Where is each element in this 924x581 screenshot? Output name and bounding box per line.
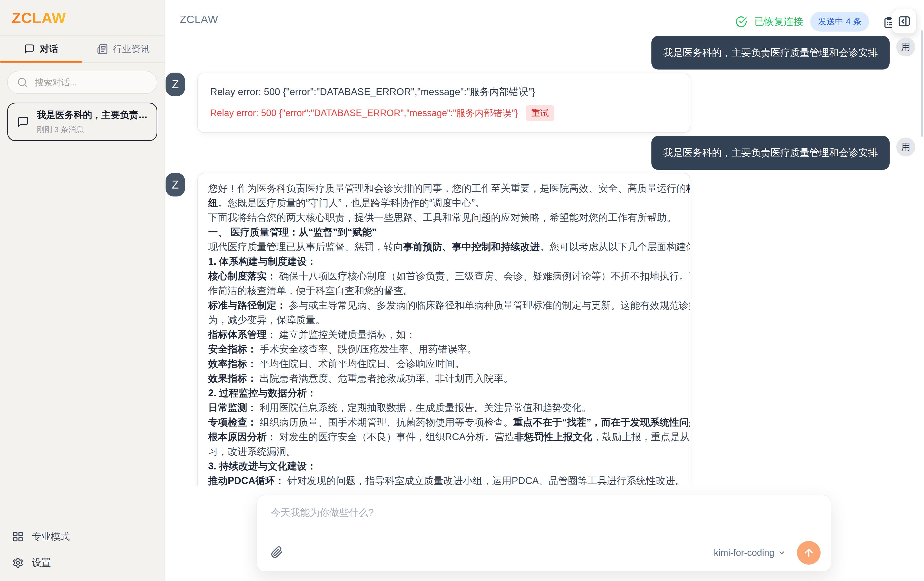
model-name: kimi-for-coding [714,547,774,558]
logo-block: ZCLAW [0,0,165,36]
message-line: 纽。您既是医疗质量的“守门人”，也是跨学科协作的“调度中心”。 [208,196,680,210]
arrow-up-icon [803,547,815,559]
sidebar-item-label: 设置 [32,556,51,569]
user-avatar: 用 [896,38,915,56]
message-line: 3. 持续改进与文化建设： [208,459,680,474]
message-line: 指标体系管理： 建立并监控关键质量指标，如： [208,327,680,342]
message-line: 作简洁的核查清单，便于科室自查和您的督查。 [208,283,680,298]
assistant-avatar: Z [165,72,185,96]
message-line: 现代医疗质量管理已从事后监督、惩罚，转向事前预防、事中控制和持续改进。您可以考虑… [208,240,680,254]
sidebar-item-settings[interactable]: 设置 [12,556,152,569]
message-line: 根本原因分析： 对发生的医疗安全（不良）事件，组织RCA分析。营造非惩罚性上报文… [208,430,680,444]
message-line: 习，改进系统漏洞。 [208,444,680,459]
message-line: 标准与路径制定： 参与或主导常见病、多发病的临床路径和单病种质量管理标准的制定与… [208,298,680,313]
message-input[interactable] [271,506,707,534]
error-detail-row: Relay error: 500 {"error":"DATABASE_ERRO… [210,105,677,121]
scrollbar-thumb[interactable] [921,30,923,137]
attach-file-button[interactable] [271,546,284,560]
sidebar: ZCLAW 对话 行业资讯 我是医务科的，主要负责医... 刚刚 3 条消息 [0,0,165,581]
sidebar-tabs: 对话 行业资讯 [0,36,165,63]
chevron-down-icon [778,549,785,556]
message-line: 为，减少变异，保障质量。 [208,313,680,327]
conversation-meta: 刚刚 3 条消息 [37,124,150,135]
assistant-message-row: Z您好！作为医务科负责医疗质量管理和会诊安排的同事，您的工作至关重要，是医院高效… [165,173,924,486]
message-line: 效果指标： 出院患者满意度、危重患者抢救成功率、非计划再入院率。 [208,371,680,386]
message-line: 1. 体系构建与制度建设： [208,254,680,269]
error-detail-text: Relay error: 500 {"error":"DATABASE_ERRO… [210,107,518,120]
search-input[interactable] [7,71,157,94]
message-line: 专项检查： 组织病历质量、围手术期管理、抗菌药物使用等专项检查。重点不在于“找茬… [208,415,680,430]
message-line: 下面我将结合您的两大核心职责，提供一些思路、工具和常见问题的应对策略，希望能对您… [208,210,680,225]
search-icon [17,77,28,88]
user-message-row: 我是医务科的，主要负责医疗质量管理和会诊安排用 [165,36,924,69]
user-message-row: 我是医务科的，主要负责医疗质量管理和会诊安排用 [165,136,924,170]
user-avatar: 用 [896,138,915,156]
conversation-title: 我是医务科的，主要负责医... [37,109,150,121]
tab-label: 对话 [40,43,58,55]
sidebar-item-label: 专业模式 [32,530,70,543]
newspaper-icon [97,44,108,54]
message-line: 安全指标： 手术安全核查率、跌倒/压疮发生率、用药错误率。 [208,342,680,357]
message-line: 日常监测： 利用医院信息系统，定期抽取数据，生成质量报告。关注异常值和趋势变化。 [208,400,680,415]
tab-industry-news[interactable]: 行业资讯 [82,36,165,62]
message-line: 您好！作为医务科负责医疗质量管理和会诊安排的同事，您的工作至关重要，是医院高效、… [208,181,680,196]
app-logo: ZCLAW [12,9,66,26]
composer: kimi-for-coding [256,495,832,572]
chat-bubble-icon [24,44,35,54]
message-line: 2. 过程监控与数据分析： [208,386,680,400]
assistant-message-row: ZRelay error: 500 {"error":"DATABASE_ERR… [165,72,924,133]
assistant-message-card: 您好！作为医务科负责医疗质量管理和会诊安排的同事，您的工作至关重要，是医院高效、… [197,173,690,486]
conversation-list-item[interactable]: 我是医务科的，主要负责医... 刚刚 3 条消息 [7,103,157,141]
model-selector[interactable]: kimi-for-coding [714,547,785,558]
chat-bubble-icon [17,116,29,128]
assistant-error-card: Relay error: 500 {"error":"DATABASE_ERRO… [197,72,690,133]
user-message-bubble: 我是医务科的，主要负责医疗质量管理和会诊安排 [652,36,889,69]
send-button[interactable] [797,541,820,565]
user-message-bubble: 我是医务科的，主要负责医疗质量管理和会诊安排 [652,136,889,170]
message-line: 效率指标： 平均住院日、术前平均住院日、会诊响应时间。 [208,357,680,371]
active-tab-underline [0,61,82,63]
sidebar-item-pro-mode[interactable]: 专业模式 [12,530,152,543]
paperclip-icon [271,546,283,558]
assistant-avatar: Z [165,173,185,196]
search-wrap [7,71,157,94]
grid-icon [12,531,24,542]
error-message-text: Relay error: 500 {"error":"DATABASE_ERRO… [210,86,677,99]
retry-button[interactable]: 重试 [526,105,554,121]
app-window: ZCLAW 对话 行业资讯 我是医务科的，主要负责医... 刚刚 3 条消息 [0,0,924,581]
sidebar-footer: 专业模式 设置 [0,518,165,581]
gear-icon [12,557,24,568]
composer-toolbar: kimi-for-coding [271,541,820,565]
message-line: 推动PDCA循环： 针对发现的问题，指导科室成立质量改进小组，运用PDCA、品管… [208,474,680,486]
message-line: 一、 医疗质量管理：从“监督”到“赋能” [208,225,680,240]
message-list: 我是医务科的，主要负责医疗质量管理和会诊安排用ZRelay error: 500… [165,0,924,486]
message-line: 核心制度落实： 确保十八项医疗核心制度（如首诊负责、三级查房、会诊、疑难病例讨论… [208,269,680,283]
tab-conversations[interactable]: 对话 [0,36,82,62]
tab-label: 行业资讯 [113,43,150,55]
